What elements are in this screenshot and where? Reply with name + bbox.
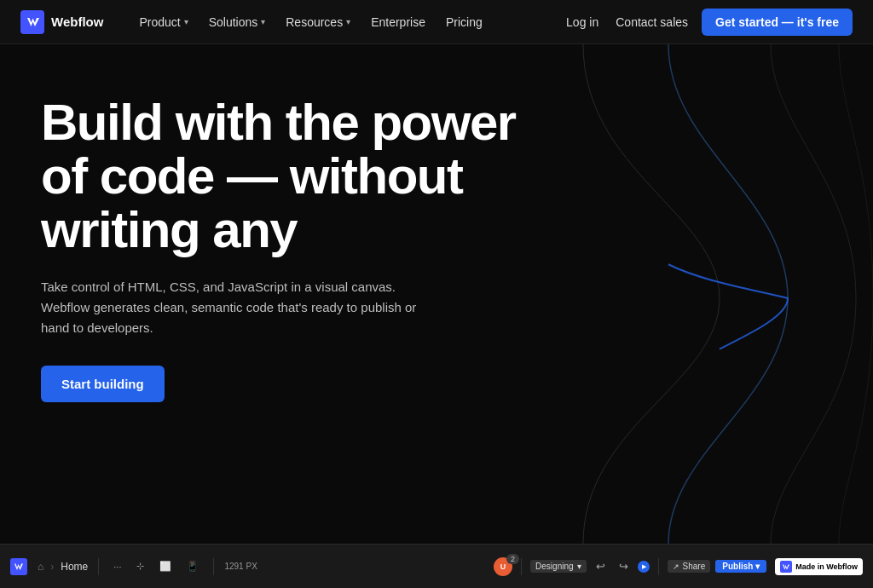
chevron-down-icon: ▾ — [755, 562, 760, 571]
login-link[interactable]: Log in — [563, 10, 602, 34]
nav-enterprise[interactable]: Enterprise — [362, 10, 434, 34]
num-badge: 2 — [506, 554, 519, 564]
breadcrumb-page[interactable]: Home — [61, 561, 88, 573]
publish-label: Publish — [722, 562, 753, 571]
avatar-container: U 2 — [494, 557, 512, 576]
divider-3 — [521, 558, 522, 575]
nav-right: Log in Contact sales Get started — it's … — [563, 9, 853, 36]
chevron-down-icon: ▾ — [261, 17, 265, 26]
designing-label: Designing — [535, 562, 573, 571]
nav-solutions[interactable]: Solutions ▾ — [200, 10, 275, 34]
share-button[interactable]: ↗ Share — [668, 560, 711, 573]
hero-subtitle: Take control of HTML, CSS, and JavaScrip… — [41, 277, 433, 338]
nav-logo[interactable]: Webflow — [20, 10, 103, 34]
link-tool-button[interactable]: ⬜ — [155, 558, 176, 574]
publish-button[interactable]: Publish ▾ — [715, 560, 766, 573]
start-building-button[interactable]: Start building — [41, 366, 165, 402]
designing-dropdown[interactable]: Designing ▾ — [530, 560, 586, 573]
undo-button[interactable]: ↩ — [592, 557, 610, 575]
navbar: Webflow Product ▾ Solutions ▾ Resources … — [0, 0, 873, 44]
share-icon: ↗ — [673, 562, 679, 571]
preview-button[interactable]: ▶ — [638, 561, 650, 573]
nav-links: Product ▾ Solutions ▾ Resources ▾ Enterp… — [130, 10, 563, 34]
divider-1 — [98, 558, 99, 575]
nav-pricing[interactable]: Pricing — [437, 10, 491, 34]
editor-breadcrumb: ⌂ › Home — [38, 561, 88, 573]
editor-right-controls: U 2 Designing ▾ ↩ ↪ ▶ ↗ Share Publish ▾ — [494, 557, 863, 576]
nav-resources[interactable]: Resources ▾ — [277, 10, 359, 34]
hero-title: Build with the power of code — without w… — [41, 95, 518, 257]
home-icon: ⌂ — [38, 561, 43, 573]
divider-4 — [658, 558, 659, 575]
hero-section: Build with the power of code — without w… — [0, 44, 873, 544]
webflow-mini-icon — [780, 561, 792, 573]
hero-content: Build with the power of code — without w… — [41, 95, 518, 402]
share-label: Share — [683, 562, 706, 571]
made-in-webflow-text: Made in Webflow — [795, 562, 858, 571]
dots-button[interactable]: ··· — [109, 559, 125, 574]
nav-product[interactable]: Product ▾ — [130, 10, 196, 34]
made-in-webflow-badge: Made in Webflow — [775, 558, 863, 575]
editor-logo-icon — [10, 558, 27, 575]
redo-button[interactable]: ↪ — [615, 557, 633, 575]
logo-text: Webflow — [51, 14, 103, 29]
contact-sales-link[interactable]: Contact sales — [612, 10, 691, 34]
chevron-down-icon: ▾ — [346, 17, 350, 26]
chevron-down-icon: ▾ — [184, 17, 188, 26]
move-tool-button[interactable]: ⊹ — [132, 558, 148, 574]
phone-tool-button[interactable]: 📱 — [182, 558, 203, 574]
px-value: 1291 PX — [224, 562, 257, 571]
chevron-down-icon: ▾ — [577, 562, 581, 571]
divider-2 — [213, 558, 214, 575]
editor-toolbar: ⌂ › Home ··· ⊹ ⬜ 📱 1291 PX U 2 Designing… — [0, 544, 873, 588]
get-started-button[interactable]: Get started — it's free — [702, 9, 853, 36]
